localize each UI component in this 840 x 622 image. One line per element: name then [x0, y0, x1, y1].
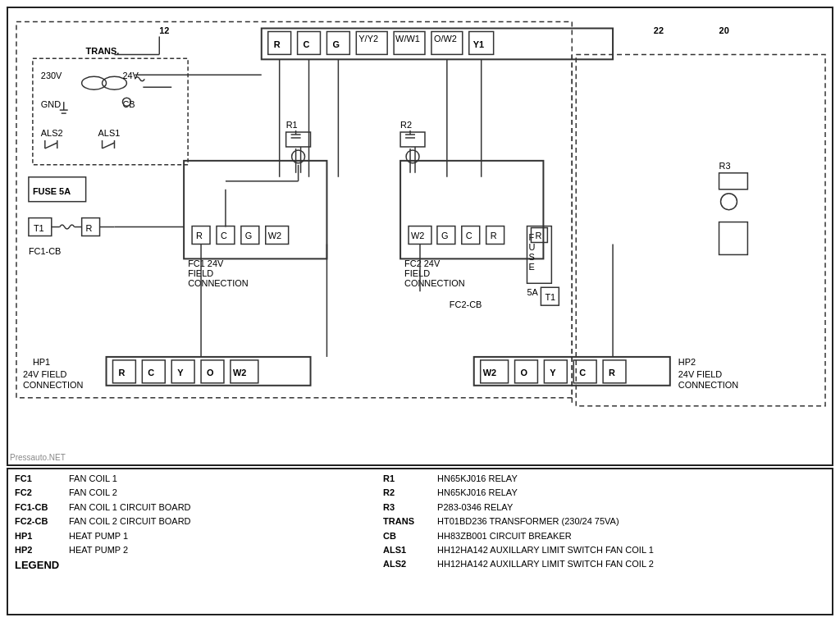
legend-abbr-fc1: FC1: [15, 473, 64, 485]
svg-text:R: R: [118, 368, 125, 377]
svg-rect-84: [576, 54, 825, 405]
svg-text:W2: W2: [233, 368, 246, 377]
legend-left-col: FC1 FAN FAN COIL 1COIL 1 FC2 FAN COIL 2 …: [15, 473, 383, 611]
legend-row-als2: ALS2 HH12HA142 AUXILLARY LIMIT SWITCH FA…: [383, 558, 825, 570]
legend-abbr-r3: R3: [383, 501, 432, 514]
legend-row-hp2: HP2 HEAT PUMP 2: [15, 544, 383, 556]
svg-text:T1: T1: [34, 223, 44, 233]
legend-title-row: LEGEND: [15, 558, 383, 573]
legend-right-col: R1 HN65KJ016 RELAY R2 HN65KJ016 RELAY R3…: [383, 473, 825, 611]
legend-desc-fc1: FAN FAN COIL 1COIL 1: [69, 473, 117, 485]
svg-text:Y: Y: [177, 368, 184, 377]
svg-text:CB: CB: [122, 99, 135, 109]
svg-text:CONNECTION: CONNECTION: [678, 380, 739, 390]
svg-text:O/W2: O/W2: [434, 34, 457, 43]
svg-text:O: O: [207, 368, 214, 377]
svg-text:R: R: [491, 231, 497, 240]
svg-text:C: C: [221, 231, 227, 240]
svg-text:CONNECTION: CONNECTION: [404, 278, 465, 288]
legend-desc-trans: HT01BD236 TRANSFORMER (230/24 75VA): [437, 515, 619, 528]
legend-row-r2: R2 HN65KJ016 RELAY: [383, 487, 825, 499]
svg-text:ALS1: ALS1: [98, 128, 121, 138]
legend-abbr-fc1cb: FC1-CB: [15, 501, 64, 514]
svg-text:R: R: [86, 223, 93, 233]
svg-text:R: R: [196, 231, 203, 240]
svg-text:FIELD: FIELD: [404, 268, 430, 278]
svg-text:W2: W2: [483, 368, 496, 377]
svg-text:HP2: HP2: [678, 357, 696, 367]
svg-text:W2: W2: [411, 231, 424, 240]
svg-text:GND: GND: [41, 99, 61, 109]
svg-text:ALS2: ALS2: [41, 128, 63, 138]
legend-abbr-fc2: FC2: [15, 487, 64, 499]
svg-text:C: C: [148, 368, 154, 377]
legend-desc-als2: HH12HA142 AUXILLARY LIMIT SWITCH FAN COI…: [437, 558, 654, 570]
legend-abbr-r2: R2: [383, 487, 432, 499]
legend-row-fc2: FC2 FAN COIL 2: [15, 487, 383, 499]
svg-text:R1: R1: [286, 120, 298, 130]
legend-desc-fc1cb: FAN COIL 1 CIRCUIT BOARD: [69, 501, 191, 514]
wiring-diagram: text { font-family: Arial, sans-serif; f…: [8, 8, 832, 464]
svg-text:FUSE 5A: FUSE 5A: [33, 186, 71, 196]
svg-text:Y/Y2: Y/Y2: [358, 34, 378, 43]
legend-row-fc2cb: FC2-CB FAN COIL 2 CIRCUIT BOARD: [15, 515, 383, 528]
svg-text:24V FIELD: 24V FIELD: [23, 369, 67, 379]
svg-text:C: C: [304, 39, 310, 49]
svg-rect-81: [719, 173, 748, 190]
legend-desc-r3: P283-0346 RELAY: [437, 501, 513, 514]
svg-text:24V FIELD: 24V FIELD: [678, 369, 723, 379]
legend-desc-hp2: HEAT PUMP 2: [69, 544, 128, 556]
legend-abbr-trans: TRANS: [383, 515, 432, 528]
svg-text:22: 22: [654, 25, 664, 35]
legend-row-fc1: FC1 FAN FAN COIL 1COIL 1: [15, 473, 383, 485]
svg-text:O: O: [521, 368, 528, 377]
svg-text:G: G: [332, 39, 340, 49]
legend-row-fc1cb: FC1-CB FAN COIL 1 CIRCUIT BOARD: [15, 501, 383, 514]
svg-text:12: 12: [159, 25, 169, 35]
svg-text:T1: T1: [545, 292, 555, 302]
svg-text:CONNECTION: CONNECTION: [188, 278, 249, 288]
legend-abbr-hp2: HP2: [15, 544, 64, 556]
svg-text:W/W1: W/W1: [395, 34, 420, 43]
legend-desc-cb: HH83ZB001 CIRCUIT BREAKER: [437, 530, 572, 542]
svg-text:C: C: [466, 231, 472, 240]
svg-text:TRANS.: TRANS.: [86, 46, 120, 56]
legend-abbr-hp1: HP1: [15, 530, 64, 542]
svg-text:W2: W2: [268, 231, 281, 240]
legend-row-r3: R3 P283-0346 RELAY: [383, 501, 825, 514]
legend-desc-als1: HH12HA142 AUXILLARY LIMIT SWITCH FAN COI…: [437, 544, 654, 556]
svg-text:G: G: [441, 231, 449, 240]
watermark: Pressauto.NET: [10, 453, 66, 462]
legend-desc-r1: HN65KJ016 RELAY: [437, 473, 518, 485]
legend-desc-fc2cb: FAN COIL 2 CIRCUIT BOARD: [69, 515, 191, 528]
svg-text:HP1: HP1: [33, 357, 50, 367]
legend-abbr-als1: ALS1: [383, 544, 432, 556]
legend-abbr-als2: ALS2: [383, 558, 432, 570]
main-container: text { font-family: Arial, sans-serif; f…: [0, 0, 840, 622]
svg-text:R: R: [535, 231, 541, 240]
legend-abbr-cb: CB: [383, 530, 432, 542]
svg-text:Y: Y: [550, 368, 556, 377]
legend-row-r1: R1 HN65KJ016 RELAY: [383, 473, 825, 485]
svg-text:Y1: Y1: [473, 39, 484, 49]
svg-text:S: S: [528, 252, 534, 262]
svg-text:CONNECTION: CONNECTION: [23, 380, 84, 390]
svg-text:E: E: [528, 262, 534, 272]
svg-text:FC2 24V: FC2 24V: [404, 258, 441, 268]
legend-abbr-r1: R1: [383, 473, 432, 485]
svg-rect-83: [719, 222, 748, 255]
svg-text:R: R: [609, 368, 615, 377]
legend-desc-r2: HN65KJ016 RELAY: [437, 487, 518, 499]
svg-point-82: [721, 194, 737, 210]
svg-text:R3: R3: [719, 161, 731, 171]
svg-text:G: G: [245, 231, 253, 240]
svg-rect-0: [16, 22, 572, 398]
svg-text:FC2-CB: FC2-CB: [450, 300, 482, 309]
legend-abbr-fc2cb: FC2-CB: [15, 515, 64, 528]
legend-desc-fc2: FAN COIL 2: [69, 487, 117, 499]
legend-row-cb: CB HH83ZB001 CIRCUIT BREAKER: [383, 530, 825, 542]
svg-text:U: U: [528, 242, 535, 252]
svg-text:5A: 5A: [527, 287, 538, 297]
svg-text:FC1-CB: FC1-CB: [29, 246, 62, 256]
legend-content: FC1 FAN FAN COIL 1COIL 1 FC2 FAN COIL 2 …: [8, 469, 832, 614]
